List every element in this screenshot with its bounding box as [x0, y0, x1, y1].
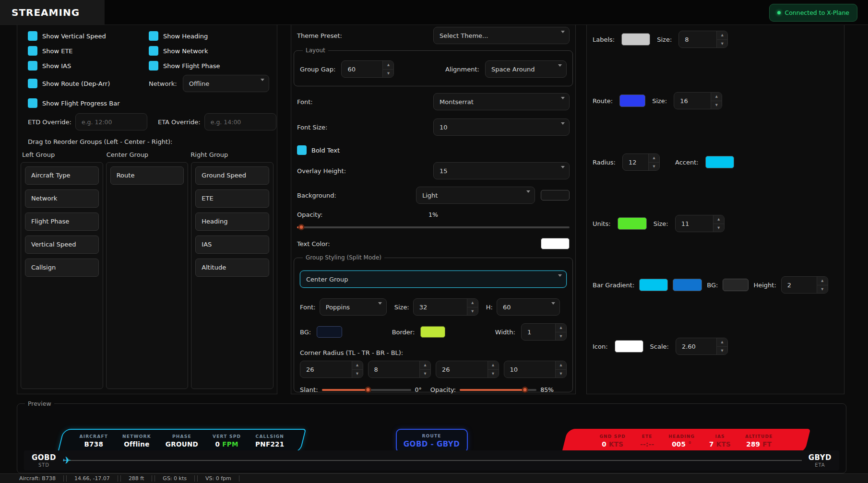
spinner-up-icon[interactable]: ▲ [713, 215, 724, 224]
group-item[interactable]: Flight Phase [25, 212, 99, 231]
spinner-buttons[interactable]: ▲▼ [716, 31, 727, 47]
eta-override-input[interactable] [204, 113, 276, 130]
opacity-slider[interactable] [297, 224, 570, 231]
checkbox-icon[interactable] [28, 98, 37, 108]
spinner-up-icon[interactable]: ▲ [488, 361, 499, 370]
corner-radius-input-br[interactable]: 26▲▼ [436, 361, 499, 378]
spinner-down-icon[interactable]: ▼ [556, 370, 566, 378]
spinner-down-icon[interactable]: ▼ [717, 347, 727, 355]
spinner-up-icon[interactable]: ▲ [717, 338, 727, 347]
spinner-buttons[interactable]: ▲▼ [713, 215, 724, 232]
spinner-down-icon[interactable]: ▼ [420, 370, 430, 378]
checkbox-icon[interactable] [28, 61, 37, 71]
spinner-up-icon[interactable]: ▲ [817, 277, 828, 285]
checkbox-show-flight-progress-bar[interactable]: Show Flight Progress Bar [28, 98, 277, 108]
text-color-swatch[interactable] [541, 238, 570, 249]
checkbox-show-vertical-speed[interactable]: Show Vertical Speed [28, 31, 149, 41]
checkbox-show-route[interactable]: Show Route (Dep-Arr) [28, 78, 149, 89]
icon-scale-input[interactable]: 2.60▲▼ [676, 338, 728, 355]
spinner-down-icon[interactable]: ▼ [717, 40, 727, 48]
network-select[interactable]: Offline [183, 75, 269, 92]
slider-thumb[interactable] [522, 387, 528, 393]
group-item[interactable]: Ground Speed [195, 166, 269, 185]
font-select[interactable]: Montserrat [433, 93, 570, 110]
group-select[interactable]: Center Group [300, 271, 567, 288]
spinner-down-icon[interactable]: ▼ [556, 332, 566, 341]
spinner-buttons[interactable]: ▲▼ [488, 361, 499, 377]
group-gap-input[interactable]: 60 ▲▼ [341, 60, 394, 78]
units-color-swatch[interactable] [618, 217, 647, 230]
spinner-down-icon[interactable]: ▼ [713, 224, 724, 232]
units-size-input[interactable]: 11▲▼ [675, 215, 725, 232]
labels-color-swatch[interactable] [621, 33, 650, 46]
group-item[interactable]: Vertical Speed [25, 236, 99, 254]
accent-color-swatch[interactable] [705, 156, 734, 168]
spinner-down-icon[interactable]: ▼ [352, 370, 363, 378]
slant-slider[interactable] [322, 386, 411, 393]
spinner-buttons[interactable]: ▲▼ [648, 154, 659, 170]
icon-color-swatch[interactable] [615, 340, 643, 353]
bar-gradient-swatch-2[interactable] [673, 279, 702, 291]
spinner-down-icon[interactable]: ▼ [817, 285, 828, 294]
checkbox-icon[interactable] [149, 61, 158, 71]
spinner-up-icon[interactable]: ▲ [556, 324, 566, 332]
spinner-buttons[interactable]: ▲▼ [352, 361, 363, 377]
alignment-select[interactable]: Space Around [485, 60, 567, 78]
group-item[interactable]: Network [25, 189, 99, 208]
checkbox-icon[interactable] [149, 46, 158, 56]
corner-radius-input-bl[interactable]: 10▲▼ [504, 361, 567, 378]
corner-radius-input-tr[interactable]: 8▲▼ [368, 361, 431, 378]
slider-thumb[interactable] [365, 387, 371, 393]
spinner-down-icon[interactable]: ▼ [649, 163, 659, 171]
gs-opacity-slider[interactable] [460, 386, 536, 393]
spinner-down-icon[interactable]: ▼ [467, 307, 478, 316]
spinner-buttons[interactable]: ▲▼ [711, 93, 722, 109]
gs-height-select[interactable]: 60 [497, 298, 560, 316]
gs-size-input[interactable]: 32 ▲▼ [413, 298, 478, 316]
group-item[interactable]: Altitude [195, 259, 269, 277]
checkbox-show-network[interactable]: Show Network [149, 46, 277, 56]
radius-input[interactable]: 12▲▼ [622, 153, 660, 171]
background-color-swatch[interactable] [541, 190, 570, 200]
theme-preset-select[interactable]: Select Theme... [433, 27, 570, 44]
gs-width-input[interactable]: 1 ▲▼ [521, 323, 567, 341]
checkbox-icon[interactable] [28, 46, 37, 56]
spinner-buttons[interactable]: ▲▼ [467, 299, 478, 315]
group-item[interactable]: Aircraft Type [25, 166, 99, 185]
spinner-up-icon[interactable]: ▲ [649, 154, 659, 163]
overlay-height-select[interactable]: 15 [433, 162, 570, 179]
spinner-buttons[interactable]: ▲▼ [382, 61, 393, 77]
etd-override-input[interactable] [75, 113, 147, 130]
gs-font-select[interactable]: Poppins [320, 298, 387, 316]
spinner-up-icon[interactable]: ▲ [467, 299, 478, 307]
checkbox-icon[interactable] [297, 145, 307, 155]
checkbox-show-ete[interactable]: Show ETE [28, 46, 149, 56]
background-select[interactable]: Light [416, 187, 535, 204]
checkbox-icon[interactable] [28, 79, 37, 88]
spinner-up-icon[interactable]: ▲ [383, 61, 393, 70]
spinner-buttons[interactable]: ▲▼ [555, 361, 566, 377]
group-item[interactable]: IAS [195, 236, 269, 254]
labels-size-input[interactable]: 8▲▼ [678, 31, 728, 48]
group-item[interactable]: Callsign [25, 259, 99, 277]
group-item[interactable]: ETE [195, 189, 269, 208]
corner-radius-input-tl[interactable]: 26▲▼ [300, 361, 363, 378]
spinner-buttons[interactable]: ▲▼ [555, 324, 566, 340]
bar-gradient-swatch-1[interactable] [639, 279, 668, 291]
spinner-up-icon[interactable]: ▲ [352, 361, 363, 370]
bar-bg-swatch[interactable] [723, 279, 749, 291]
spinner-down-icon[interactable]: ▼ [383, 70, 393, 78]
checkbox-show-flight-phase[interactable]: Show Flight Phase [149, 60, 277, 71]
checkbox-show-heading[interactable]: Show Heading [149, 31, 277, 41]
spinner-buttons[interactable]: ▲▼ [716, 338, 727, 354]
spinner-buttons[interactable]: ▲▼ [419, 361, 430, 377]
spinner-up-icon[interactable]: ▲ [717, 31, 727, 40]
gs-bg-swatch[interactable] [317, 326, 342, 338]
route-color-swatch[interactable] [619, 94, 645, 107]
group-item[interactable]: Route [110, 166, 184, 185]
checkbox-bold-text[interactable]: Bold Text [297, 145, 340, 155]
spinner-down-icon[interactable]: ▼ [711, 101, 722, 109]
checkbox-icon[interactable] [28, 31, 37, 41]
spinner-up-icon[interactable]: ▲ [556, 361, 566, 370]
route-size-input[interactable]: 16▲▼ [674, 92, 722, 109]
